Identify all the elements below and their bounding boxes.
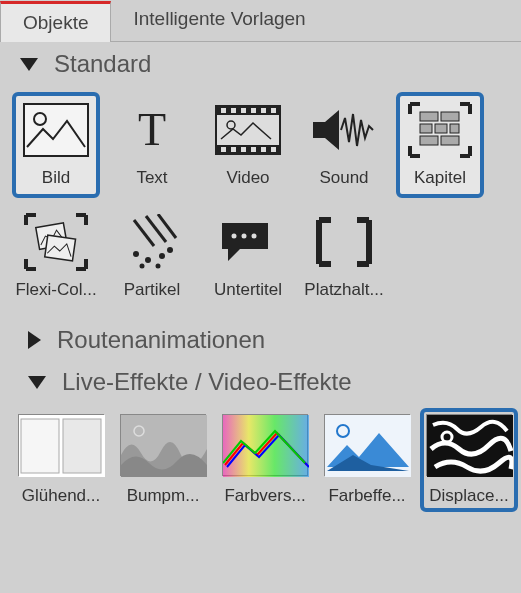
svg-point-35 (167, 247, 173, 253)
item-label: Flexi-Col... (15, 280, 96, 300)
effect-label: Bumpm... (127, 486, 200, 506)
svg-rect-22 (420, 124, 432, 133)
svg-point-34 (159, 253, 165, 259)
item-label: Kapitel (414, 168, 466, 188)
item-bild[interactable]: Bild (12, 92, 100, 198)
color-shift-effect-icon (222, 414, 308, 476)
svg-rect-17 (271, 147, 276, 152)
image-icon (21, 100, 91, 160)
tab-objects[interactable]: Objekte (0, 1, 111, 42)
svg-rect-24 (450, 124, 459, 133)
chevron-down-icon (20, 58, 38, 71)
displacement-effect-icon (426, 414, 512, 476)
svg-rect-23 (435, 124, 447, 133)
item-video[interactable]: Video (204, 92, 292, 198)
glowing-effect-icon (18, 414, 104, 476)
item-platzhalter[interactable]: Platzhalt... (300, 204, 388, 310)
text-icon: T (117, 100, 187, 160)
svg-point-36 (140, 264, 145, 269)
effect-label: Displace... (429, 486, 508, 506)
svg-point-38 (232, 234, 237, 239)
item-kapitel[interactable]: Kapitel (396, 92, 484, 198)
section-live-header[interactable]: Live-Effekte / Video-Effekte (0, 360, 521, 402)
item-partikel[interactable]: Partikel (108, 204, 196, 310)
chapter-icon (405, 100, 475, 160)
chevron-right-icon (28, 331, 41, 349)
color-effect-icon (324, 414, 410, 476)
effect-farbversatz[interactable]: Farbvers... (216, 408, 314, 512)
svg-rect-20 (420, 112, 438, 121)
svg-rect-25 (420, 136, 438, 145)
svg-rect-0 (24, 104, 88, 156)
svg-rect-16 (261, 147, 266, 152)
item-label: Bild (42, 168, 70, 188)
svg-rect-42 (21, 419, 59, 473)
item-label: Untertitel (214, 280, 282, 300)
item-label: Video (226, 168, 269, 188)
flexi-collage-icon (21, 212, 91, 272)
svg-rect-11 (271, 108, 276, 113)
svg-text:T: T (138, 105, 166, 155)
tab-templates[interactable]: Intelligente Vorlagen (111, 0, 327, 41)
svg-marker-19 (313, 110, 339, 150)
effect-farbeffekt[interactable]: Farbeffe... (318, 408, 416, 512)
effects-items: Glühend... Bumpm... Farbvers... Farbeffe… (0, 402, 521, 522)
section-live-label: Live-Effekte / Video-Effekte (62, 368, 352, 396)
tab-bar: Objekte Intelligente Vorlagen (0, 0, 521, 42)
item-label: Platzhalt... (304, 280, 383, 300)
svg-rect-14 (241, 147, 246, 152)
svg-rect-15 (251, 147, 256, 152)
sound-icon (309, 100, 379, 160)
item-label: Text (136, 168, 167, 188)
section-routes-label: Routenanimationen (57, 326, 265, 354)
effect-bumpmap[interactable]: Bumpm... (114, 408, 212, 512)
effect-gluehend[interactable]: Glühend... (12, 408, 110, 512)
effect-displacement[interactable]: Displace... (420, 408, 518, 512)
item-label: Partikel (124, 280, 181, 300)
svg-rect-26 (441, 136, 459, 145)
standard-items: Bild T Text Video Sound (0, 84, 521, 318)
item-flexi-collage[interactable]: Flexi-Col... (12, 204, 100, 310)
subtitle-icon (213, 212, 283, 272)
svg-rect-13 (231, 147, 236, 152)
svg-rect-8 (241, 108, 246, 113)
svg-point-33 (145, 257, 151, 263)
item-untertitel[interactable]: Untertitel (204, 204, 292, 310)
particles-icon (117, 212, 187, 272)
section-standard-label: Standard (54, 50, 151, 78)
effect-label: Farbvers... (224, 486, 305, 506)
placeholder-icon (309, 212, 379, 272)
svg-point-37 (156, 264, 161, 269)
bumpmap-effect-icon (120, 414, 206, 476)
video-icon (213, 100, 283, 160)
svg-rect-12 (221, 147, 226, 152)
effect-label: Farbeffe... (328, 486, 405, 506)
svg-point-40 (252, 234, 257, 239)
item-text[interactable]: T Text (108, 92, 196, 198)
svg-rect-21 (441, 112, 459, 121)
section-standard-header[interactable]: Standard (0, 42, 521, 84)
svg-point-32 (133, 251, 139, 257)
item-label: Sound (319, 168, 368, 188)
svg-rect-7 (231, 108, 236, 113)
section-routes-header[interactable]: Routenanimationen (0, 318, 521, 360)
svg-point-39 (242, 234, 247, 239)
svg-rect-9 (251, 108, 256, 113)
svg-rect-28 (45, 235, 76, 261)
svg-rect-10 (261, 108, 266, 113)
svg-rect-6 (221, 108, 226, 113)
svg-rect-43 (63, 419, 101, 473)
item-sound[interactable]: Sound (300, 92, 388, 198)
effect-label: Glühend... (22, 486, 100, 506)
chevron-down-icon (28, 376, 46, 389)
